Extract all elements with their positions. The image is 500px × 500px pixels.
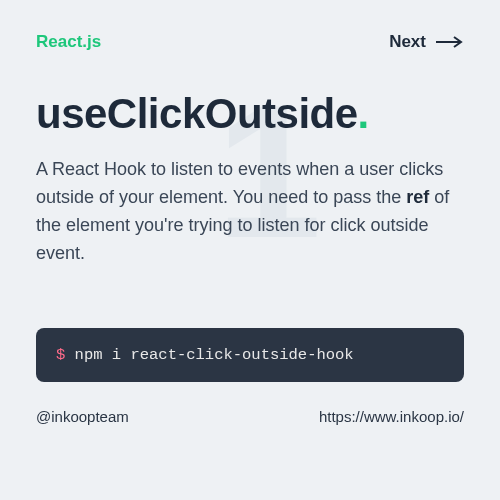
title-text: useClickOutside <box>36 90 358 137</box>
brand-label: React.js <box>36 32 101 52</box>
arrow-right-icon <box>436 36 464 48</box>
next-label: Next <box>389 32 426 52</box>
description: A React Hook to listen to events when a … <box>36 156 464 268</box>
next-button[interactable]: Next <box>389 32 464 52</box>
title-section: 1 useClickOutside. <box>36 90 464 138</box>
code-block: $ npm i react-click-outside-hook <box>36 328 464 382</box>
footer-handle[interactable]: @inkoopteam <box>36 408 129 425</box>
title-dot: . <box>358 90 369 137</box>
header: React.js Next <box>36 32 464 52</box>
desc-bold: ref <box>406 187 429 207</box>
desc-part1: A React Hook to listen to events when a … <box>36 159 443 207</box>
footer: @inkoopteam https://www.inkoop.io/ <box>36 408 464 425</box>
footer-url[interactable]: https://www.inkoop.io/ <box>319 408 464 425</box>
code-prompt: $ <box>56 346 65 364</box>
page-title: useClickOutside. <box>36 90 464 138</box>
code-command: npm i react-click-outside-hook <box>65 346 353 364</box>
